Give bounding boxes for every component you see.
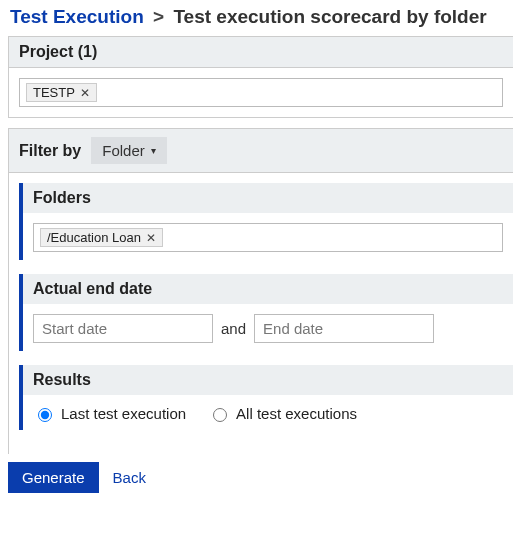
remove-tag-icon[interactable]: ✕ bbox=[80, 86, 90, 100]
results-radio-all-input[interactable] bbox=[213, 408, 227, 422]
breadcrumb-root-link[interactable]: Test Execution bbox=[10, 6, 144, 27]
filter-by-dropdown[interactable]: Folder ▾ bbox=[91, 137, 167, 164]
results-section: Results Last test execution All test exe… bbox=[19, 365, 513, 430]
actual-end-date-section: Actual end date Start date and End date bbox=[19, 274, 513, 351]
project-panel: Project (1) TESTP ✕ bbox=[8, 36, 513, 118]
date-range-row: Start date and End date bbox=[33, 314, 503, 343]
results-section-title: Results bbox=[23, 365, 513, 395]
breadcrumb-separator: > bbox=[153, 6, 164, 27]
date-and-label: and bbox=[221, 320, 246, 337]
generate-button[interactable]: Generate bbox=[8, 462, 99, 493]
folders-section: Folders /Education Loan ✕ bbox=[19, 183, 513, 260]
results-radio-last-input[interactable] bbox=[38, 408, 52, 422]
breadcrumb-current: Test execution scorecard by folder bbox=[173, 6, 486, 27]
chevron-down-icon: ▾ bbox=[151, 145, 156, 156]
folder-tag: /Education Loan ✕ bbox=[40, 228, 163, 247]
filter-by-label: Filter by bbox=[19, 142, 81, 160]
folders-section-title: Folders bbox=[23, 183, 513, 213]
filter-by-selected: Folder bbox=[102, 142, 145, 159]
results-radio-all-label: All test executions bbox=[236, 405, 357, 422]
results-radio-all[interactable]: All test executions bbox=[208, 405, 357, 422]
actual-end-date-title: Actual end date bbox=[23, 274, 513, 304]
folder-tag-label: /Education Loan bbox=[47, 230, 141, 245]
results-radio-group: Last test execution All test executions bbox=[33, 405, 503, 422]
results-radio-last-label: Last test execution bbox=[61, 405, 186, 422]
filter-sections: Folders /Education Loan ✕ Actual end dat… bbox=[8, 173, 513, 454]
remove-tag-icon[interactable]: ✕ bbox=[146, 231, 156, 245]
project-tag-label: TESTP bbox=[33, 85, 75, 100]
back-link[interactable]: Back bbox=[113, 469, 146, 486]
project-tag-input[interactable]: TESTP ✕ bbox=[19, 78, 503, 107]
end-date-input[interactable]: End date bbox=[254, 314, 434, 343]
filter-by-row: Filter by Folder ▾ bbox=[8, 128, 513, 173]
project-tag: TESTP ✕ bbox=[26, 83, 97, 102]
results-radio-last[interactable]: Last test execution bbox=[33, 405, 186, 422]
actions-row: Generate Back bbox=[0, 454, 513, 509]
breadcrumb: Test Execution > Test execution scorecar… bbox=[0, 0, 513, 34]
folders-tag-input[interactable]: /Education Loan ✕ bbox=[33, 223, 503, 252]
project-panel-header: Project (1) bbox=[9, 37, 513, 68]
start-date-input[interactable]: Start date bbox=[33, 314, 213, 343]
